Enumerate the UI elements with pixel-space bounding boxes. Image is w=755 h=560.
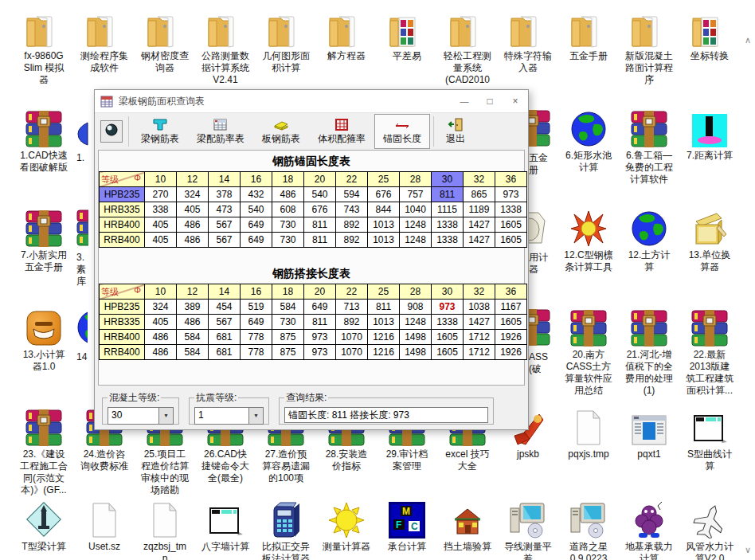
desktop-icon[interactable]: 7.小新实用五金手册	[12, 209, 76, 273]
value-cell[interactable]: 676	[368, 187, 400, 202]
column-header-cell[interactable]: 14	[209, 284, 241, 300]
desktop-icon[interactable]: fx-9860GSlim 模拟器	[12, 10, 76, 86]
value-cell[interactable]: 908	[400, 300, 432, 315]
desktop-icon[interactable]: 解方程器	[315, 10, 378, 62]
desktop-icon[interactable]: pqxjs.tmp	[557, 408, 620, 460]
row-header-cell[interactable]: RRB400	[100, 345, 145, 360]
dialog-titlebar[interactable]: 梁板钢筋面积查询表 — □ ×	[95, 90, 528, 113]
value-cell[interactable]: 405	[145, 217, 177, 233]
value-cell[interactable]: 1115	[432, 202, 464, 217]
value-cell[interactable]: 1427	[464, 217, 495, 233]
value-cell[interactable]: 454	[209, 300, 241, 315]
close-button[interactable]: ×	[503, 91, 528, 112]
desktop-icon[interactable]: 14	[76, 311, 94, 363]
row-header-cell[interactable]: HRB400	[100, 217, 145, 233]
value-cell[interactable]: 973	[432, 300, 464, 315]
value-cell[interactable]: 519	[241, 300, 272, 315]
desktop-icon[interactable]: 风管水力计算V2.0	[678, 500, 741, 560]
value-cell[interactable]: 811	[304, 315, 336, 330]
value-cell[interactable]: 1338	[432, 217, 464, 233]
value-cell[interactable]: 1338	[432, 233, 464, 248]
desktop-icon[interactable]: pqxt1	[617, 408, 681, 460]
scroll-down-arrow-icon[interactable]: ∨	[742, 545, 753, 555]
column-header-cell[interactable]: 22	[336, 284, 368, 300]
value-cell[interactable]: 713	[336, 300, 368, 315]
desktop-icon[interactable]: 20.南方CASS土方算量软件应用总结	[557, 308, 620, 397]
desktop-icon[interactable]: Uset.sz	[72, 500, 136, 553]
column-header-cell[interactable]: 22	[336, 172, 368, 187]
value-cell[interactable]: 1498	[400, 345, 432, 360]
column-header-cell[interactable]: 18	[272, 172, 304, 187]
value-cell[interactable]: 1605	[495, 233, 527, 248]
value-cell[interactable]: 681	[209, 345, 241, 360]
row-header-cell[interactable]: RRB400	[100, 233, 145, 248]
desktop-icon[interactable]: 公路测量数据计算系统V2.41	[194, 10, 257, 86]
desktop-icon[interactable]: 五金手册	[557, 10, 620, 62]
desktop-icon[interactable]: 6.鲁工箱—免费的工程计算软件	[617, 109, 681, 186]
value-cell[interactable]: 1013	[368, 217, 400, 233]
toolbar-button-beam-table[interactable]: 梁钢筋表	[132, 114, 188, 149]
value-cell[interactable]: 584	[177, 345, 209, 360]
value-cell[interactable]: 1712	[464, 345, 495, 360]
column-header-cell[interactable]: 10	[145, 172, 177, 187]
value-cell[interactable]: 892	[336, 315, 368, 330]
logo-button[interactable]	[100, 120, 123, 143]
value-cell[interactable]: 594	[336, 187, 368, 202]
value-cell[interactable]: 486	[177, 217, 209, 233]
desktop-icon[interactable]: 特殊字符输入器	[496, 10, 560, 74]
value-cell[interactable]: 378	[209, 187, 241, 202]
desktop-icon[interactable]: 八字墙计算	[194, 500, 257, 553]
value-cell[interactable]: 1605	[495, 315, 527, 330]
desktop-icon[interactable]: 12.C型钢檩条计算工具	[557, 209, 620, 273]
value-cell[interactable]: 892	[336, 217, 368, 233]
desktop-icon[interactable]: 1.	[76, 112, 94, 164]
value-cell[interactable]: 567	[209, 217, 241, 233]
value-cell[interactable]: 1926	[495, 330, 527, 345]
column-header-cell[interactable]: 32	[464, 172, 495, 187]
value-cell[interactable]: 486	[145, 330, 177, 345]
desktop-icon[interactable]: 1.CAD快速看图破解版	[12, 109, 76, 174]
value-cell[interactable]: 676	[304, 202, 336, 217]
desktop-icon[interactable]: 道路之星0.9.0223	[557, 500, 620, 560]
value-cell[interactable]: 405	[177, 202, 209, 217]
row-header-cell[interactable]: HRB400	[100, 330, 145, 345]
desktop-icon[interactable]: 导线测量平差	[496, 500, 560, 560]
value-cell[interactable]: 649	[241, 217, 272, 233]
value-cell[interactable]: 875	[272, 345, 304, 360]
value-cell[interactable]: 892	[336, 233, 368, 248]
column-header-cell[interactable]: 25	[368, 172, 400, 187]
desktop-icon[interactable]: 新版混凝土路面计算程序	[617, 10, 681, 86]
maximize-button[interactable]: □	[477, 91, 503, 112]
column-header-cell[interactable]: 30	[432, 284, 464, 300]
value-cell[interactable]: 1167	[495, 300, 527, 315]
desktop-icon[interactable]: 平差易	[375, 10, 439, 62]
value-cell[interactable]: 324	[145, 300, 177, 315]
value-cell[interactable]: 973	[495, 187, 527, 202]
column-header-cell[interactable]: 32	[464, 284, 495, 300]
value-cell[interactable]: 778	[241, 345, 272, 360]
value-cell[interactable]: 1427	[464, 233, 495, 248]
column-header-cell[interactable]: 28	[400, 284, 432, 300]
value-cell[interactable]: 1605	[495, 217, 527, 233]
value-cell[interactable]: 757	[400, 187, 432, 202]
value-cell[interactable]: 608	[272, 202, 304, 217]
desktop-icon[interactable]: 几何图形面积计算	[254, 10, 318, 74]
toolbar-button-stirrup-grid[interactable]: 体积配箍率	[309, 114, 374, 149]
column-header-cell[interactable]: 12	[177, 172, 209, 187]
column-header-cell[interactable]: 36	[495, 284, 527, 300]
row-header-cell[interactable]: HRB335	[100, 315, 145, 330]
value-cell[interactable]: 844	[368, 202, 400, 217]
desktop-icon[interactable]: ASS(破	[529, 311, 556, 375]
value-cell[interactable]: 1605	[432, 345, 464, 360]
value-cell[interactable]: 486	[145, 345, 177, 360]
desktop-icon[interactable]: MFC承台计算	[375, 500, 439, 553]
value-cell[interactable]: 486	[177, 315, 209, 330]
column-header-cell[interactable]: 20	[304, 284, 336, 300]
row-header-cell[interactable]: HPB235	[100, 300, 145, 315]
value-cell[interactable]: 973	[304, 330, 336, 345]
value-cell[interactable]: 1338	[432, 315, 464, 330]
desktop-icon[interactable]: T型梁计算	[12, 500, 76, 553]
value-cell[interactable]: 584	[272, 300, 304, 315]
toolbar-button-slab-table[interactable]: 板钢筋表	[253, 114, 309, 149]
toolbar-button-anchor-dash[interactable]: 锚固长度	[374, 114, 430, 149]
